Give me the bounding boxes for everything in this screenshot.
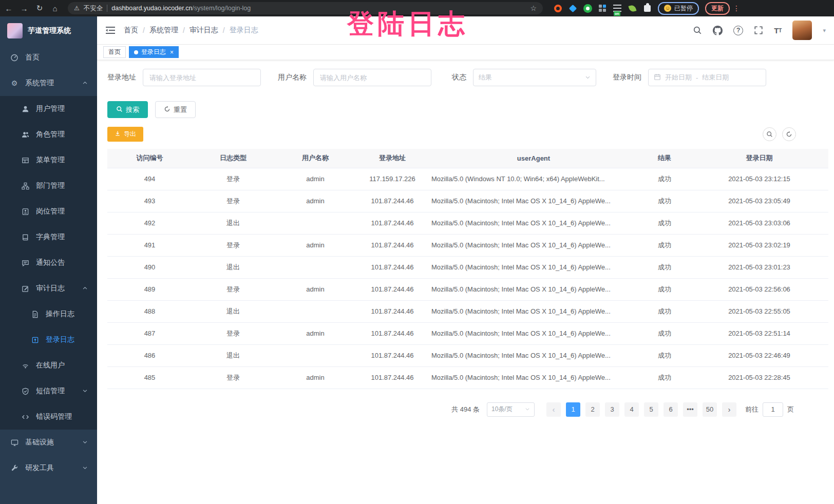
export-button[interactable]: 导出: [107, 127, 143, 142]
sidebar-item-notice[interactable]: 通知公告: [0, 250, 97, 276]
username-input[interactable]: [313, 69, 431, 86]
sidebar-item-audit-log[interactable]: 审计日志: [0, 276, 97, 301]
filter-label: 用户名称: [278, 73, 307, 82]
sidebar-item-users[interactable]: 用户管理: [0, 96, 97, 122]
page-button-3[interactable]: 3: [605, 402, 619, 417]
page-button-1[interactable]: 1: [566, 402, 580, 417]
browser-menu-icon[interactable]: ⋮: [733, 4, 740, 12]
sidebar-item-operation-log[interactable]: 操作日志: [0, 301, 97, 327]
page-size-select[interactable]: 10条/页: [487, 402, 535, 417]
menu-table-icon: [21, 156, 29, 164]
sidebar-item-online-users[interactable]: 在线用户: [0, 353, 97, 378]
next-page-button[interactable]: ›: [722, 402, 736, 417]
url-text[interactable]: dashboard.yudao.iocoder.cn/system/log/lo…: [111, 5, 251, 12]
sidebar-item-dict[interactable]: 字典管理: [0, 224, 97, 250]
app-logo-image: [7, 23, 23, 38]
paused-extension-pill[interactable]: ☺ 已暂停: [658, 2, 699, 15]
login-time-range-picker[interactable]: 开始日期 - 结束日期: [648, 69, 766, 86]
export-button-label: 导出: [124, 130, 136, 139]
goto-label: 前往: [745, 405, 759, 414]
sidebar-item-posts[interactable]: 岗位管理: [0, 199, 97, 224]
help-icon[interactable]: ?: [733, 26, 743, 35]
cell-result: 成功: [639, 300, 690, 322]
refresh-table-button[interactable]: [782, 127, 796, 141]
reset-button[interactable]: 重置: [155, 101, 196, 118]
fullscreen-icon[interactable]: [754, 26, 763, 35]
font-size-icon[interactable]: TT: [774, 26, 782, 35]
download-icon: [115, 130, 121, 138]
tag-close-icon[interactable]: ×: [170, 49, 174, 56]
security-warning-icon: ⚠: [74, 5, 80, 12]
extension-leaf-icon[interactable]: [628, 4, 637, 13]
reload-icon[interactable]: ↻: [35, 4, 44, 13]
sidebar-item-home[interactable]: 首页: [0, 45, 97, 70]
sidebar-item-system[interactable]: ⚙ 系统管理: [0, 70, 97, 96]
cell-user: [274, 212, 356, 234]
cell-type: 登录: [192, 366, 274, 389]
extension-orange-icon[interactable]: [553, 4, 562, 13]
status-placeholder: 结果: [479, 73, 492, 82]
cell-id: 486: [107, 344, 192, 366]
security-label[interactable]: 不安全: [84, 4, 103, 13]
home-icon[interactable]: ⌂: [50, 4, 60, 13]
url-bar[interactable]: ⚠ 不安全 dashboard.yudao.iocoder.cn/system/…: [68, 2, 543, 14]
extension-gem-icon[interactable]: [568, 4, 577, 13]
search-icon[interactable]: [693, 26, 702, 35]
end-date-placeholder: 结束日期: [702, 73, 729, 82]
breadcrumb-home[interactable]: 首页: [124, 26, 138, 35]
breadcrumb-separator: /: [143, 26, 145, 34]
chevron-down-icon: [525, 406, 530, 413]
filter-login-address: 登录地址: [107, 69, 261, 86]
breadcrumb-audit-log[interactable]: 审计日志: [189, 26, 218, 35]
sidebar-item-sms[interactable]: 短信管理: [0, 378, 97, 404]
sidebar-item-label: 基础设施: [25, 438, 54, 447]
sidebar-item-login-log[interactable]: 登录日志: [0, 327, 97, 353]
page-ellipsis-button[interactable]: •••: [683, 402, 697, 417]
tag-home[interactable]: 首页: [103, 46, 126, 58]
breadcrumb-system[interactable]: 系统管理: [149, 26, 178, 35]
cell-user: [274, 300, 356, 322]
sidebar-item-menus[interactable]: 菜单管理: [0, 147, 97, 173]
sidebar-fold-icon[interactable]: [105, 26, 116, 34]
online-signal-icon: [21, 361, 29, 370]
page-button-5[interactable]: 5: [644, 402, 658, 417]
page-button-4[interactable]: 4: [624, 402, 639, 417]
extension-row: on: [553, 4, 652, 13]
sidebar-item-roles[interactable]: 角色管理: [0, 122, 97, 147]
sidebar-item-error-codes[interactable]: 错误码管理: [0, 404, 97, 430]
extension-green-icon[interactable]: [583, 4, 592, 13]
hide-search-icon-button[interactable]: [763, 127, 776, 141]
update-button[interactable]: 更新: [705, 2, 730, 15]
search-button[interactable]: 搜索: [107, 101, 148, 118]
page-button-50[interactable]: 50: [703, 402, 717, 417]
extension-list-icon[interactable]: on: [613, 4, 622, 13]
sidebar-logo-row[interactable]: 芋道管理系统: [0, 16, 97, 45]
prev-page-button[interactable]: ‹: [546, 402, 561, 417]
tree-icon: [21, 182, 29, 190]
tag-login-log[interactable]: 登录日志 ×: [129, 46, 179, 58]
extension-grid-icon[interactable]: [598, 4, 607, 13]
avatar-caret-icon[interactable]: ▾: [823, 27, 826, 34]
forward-icon[interactable]: →: [20, 4, 29, 13]
back-icon[interactable]: ←: [4, 4, 13, 13]
cell-date: 2021-05-03 22:28:45: [690, 366, 828, 389]
cell-date: 2021-05-03 22:55:05: [690, 300, 828, 322]
sidebar-item-infrastructure[interactable]: 基础设施: [0, 430, 97, 455]
chevron-down-icon: [82, 438, 88, 447]
status-select[interactable]: 结果: [473, 69, 596, 86]
app-title: 芋道管理系统: [28, 26, 71, 35]
extension-puzzle-icon[interactable]: [642, 4, 652, 13]
github-icon[interactable]: [713, 26, 723, 35]
page-button-2[interactable]: 2: [585, 402, 600, 417]
col-header-date: 登录日期: [690, 149, 828, 168]
sidebar-item-departments[interactable]: 部门管理: [0, 173, 97, 199]
sidebar-item-dev-tools[interactable]: 研发工具: [0, 455, 97, 481]
cell-date: 2021-05-03 23:02:19: [690, 234, 828, 256]
login-address-input[interactable]: [143, 69, 261, 86]
user-avatar[interactable]: [792, 21, 812, 40]
start-date-placeholder: 开始日期: [665, 73, 692, 82]
goto-page-input[interactable]: [763, 402, 783, 417]
bookmark-star-icon[interactable]: ☆: [530, 4, 537, 12]
page-button-6[interactable]: 6: [664, 402, 678, 417]
table-toolbar: 导出: [107, 127, 828, 142]
